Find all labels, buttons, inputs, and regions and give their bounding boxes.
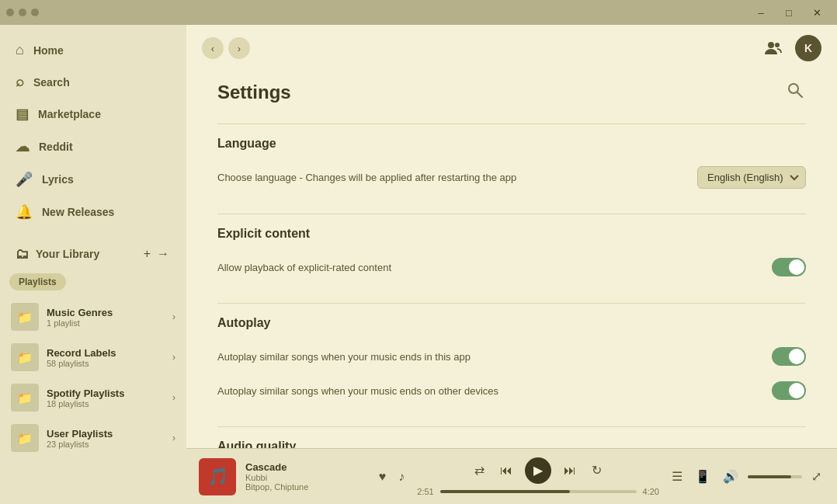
setting-row-autoplay-devices: Autoplay similar songs when your music e… bbox=[217, 374, 806, 408]
home-icon: ⌂ bbox=[16, 42, 24, 58]
titlebar: – □ ✕ bbox=[0, 0, 837, 25]
autoplay-devices-label: Autoplay similar songs when your music e… bbox=[217, 385, 606, 397]
settings-search-button[interactable] bbox=[784, 79, 806, 105]
svg-point-2 bbox=[789, 84, 798, 93]
volume-button[interactable]: 🔊 bbox=[720, 466, 741, 487]
maximize-button[interactable]: □ bbox=[775, 0, 803, 25]
language-select[interactable]: English (English) Español Français Deuts… bbox=[697, 166, 806, 189]
chevron-right-icon: › bbox=[172, 392, 175, 403]
friends-button[interactable] bbox=[759, 34, 787, 62]
library-add-button[interactable]: + bbox=[142, 245, 152, 262]
fullscreen-button[interactable]: ⤢ bbox=[808, 466, 825, 487]
nav-arrows: ‹ › bbox=[202, 37, 250, 59]
playlist-info: Spotify Playlists 18 playlists bbox=[47, 388, 165, 408]
autoplay-app-toggle[interactable] bbox=[772, 347, 806, 366]
setting-row-autoplay-app: Autoplay similar songs when your music e… bbox=[217, 339, 806, 374]
folder-icon: 📁 bbox=[11, 424, 39, 452]
sidebar-item-marketplace[interactable]: ▤ Marketplace bbox=[0, 98, 186, 130]
top-bar: ‹ › K bbox=[186, 25, 837, 71]
titlebar-dot-3 bbox=[31, 9, 39, 16]
close-button[interactable]: ✕ bbox=[803, 0, 831, 25]
play-button[interactable]: ▶ bbox=[525, 457, 551, 484]
lyrics-icon: 🎤 bbox=[16, 171, 33, 188]
autoplay-section-title: Autoplay bbox=[217, 303, 806, 330]
language-label: Choose language - Changes will be applie… bbox=[217, 172, 606, 183]
album-art-emoji: 🎵 bbox=[207, 467, 228, 487]
audio-quality-section-title: Audio quality bbox=[217, 426, 806, 448]
library-actions: + → bbox=[142, 245, 171, 262]
svg-point-1 bbox=[775, 43, 780, 47]
shuffle-button[interactable]: ⇄ bbox=[471, 460, 488, 481]
list-item[interactable]: 📁 User Playlists 23 playlists › bbox=[0, 418, 186, 458]
marketplace-icon: ▤ bbox=[16, 106, 29, 123]
autoplay-devices-toggle[interactable] bbox=[772, 381, 806, 400]
playlist-name: User Playlists bbox=[47, 428, 165, 440]
friends-icon bbox=[765, 41, 782, 55]
minimize-button[interactable]: – bbox=[747, 0, 775, 25]
setting-row-language: Choose language - Changes will be applie… bbox=[217, 160, 806, 195]
repeat-button[interactable]: ↻ bbox=[589, 460, 605, 481]
language-section-title: Language bbox=[217, 123, 806, 151]
progress-fill bbox=[440, 490, 570, 493]
toggle-track-explicit bbox=[772, 258, 806, 276]
track-title: Cascade bbox=[245, 461, 366, 473]
playlist-name: Spotify Playlists bbox=[47, 388, 165, 399]
volume-bar[interactable] bbox=[748, 475, 802, 478]
track-artist: Kubbi bbox=[245, 473, 366, 482]
toggle-track-autoplay-app bbox=[772, 347, 806, 366]
sidebar-item-lyrics-label: Lyrics bbox=[42, 173, 74, 186]
svg-point-0 bbox=[768, 42, 774, 48]
album-art: 🎵 bbox=[199, 458, 236, 495]
sidebar-item-new-releases[interactable]: 🔔 New Releases bbox=[0, 196, 186, 228]
titlebar-dot-1 bbox=[6, 9, 14, 16]
playlist-info: Music Genres 1 playlist bbox=[47, 307, 165, 328]
sidebar: ⌂ Home ⌕ Search ▤ Marketplace ☁ Reddit 🎤… bbox=[0, 25, 186, 504]
reddit-icon: ☁ bbox=[16, 138, 30, 155]
explicit-toggle[interactable] bbox=[772, 258, 806, 276]
playlist-count: 58 playlists bbox=[47, 359, 165, 368]
library-tabs: Playlists bbox=[0, 270, 186, 294]
list-item[interactable]: 📁 Record Labels 58 playlists › bbox=[0, 337, 186, 377]
back-button[interactable]: ‹ bbox=[202, 37, 224, 59]
track-actions: ♥ ♪ bbox=[376, 467, 408, 487]
library-folder-icon: 🗂 bbox=[16, 246, 30, 262]
search-icon bbox=[787, 82, 803, 98]
player-center: ⇄ ⏮ ▶ ⏭ ↻ 2:51 4:20 bbox=[417, 457, 659, 496]
sidebar-item-home-label: Home bbox=[33, 44, 64, 57]
audio-button[interactable]: ♪ bbox=[395, 467, 408, 487]
progress-bar[interactable] bbox=[440, 490, 637, 493]
explicit-section-title: Explicit content bbox=[217, 214, 806, 241]
queue-button[interactable]: ☰ bbox=[669, 466, 686, 487]
sidebar-item-search[interactable]: ⌕ Search bbox=[0, 66, 186, 98]
devices-button[interactable]: 📱 bbox=[692, 466, 714, 487]
titlebar-dots bbox=[6, 9, 39, 16]
settings-section-explicit: Explicit content Allow playback of expli… bbox=[217, 214, 806, 284]
list-item[interactable]: 📁 Spotify Playlists 18 playlists › bbox=[0, 377, 186, 418]
track-genre: Bitpop, Chiptune bbox=[245, 482, 366, 492]
previous-button[interactable]: ⏮ bbox=[497, 461, 516, 481]
folder-icon: 📁 bbox=[11, 384, 39, 412]
top-bar-actions: K bbox=[759, 34, 821, 62]
titlebar-dot-2 bbox=[19, 9, 26, 16]
volume-fill bbox=[748, 475, 791, 478]
player-right: ☰ 📱 🔊 ⤢ bbox=[669, 466, 825, 487]
playlist-name: Music Genres bbox=[47, 307, 165, 318]
total-time: 4:20 bbox=[643, 487, 659, 496]
settings-title: Settings bbox=[217, 82, 291, 103]
avatar[interactable]: K bbox=[795, 35, 821, 61]
settings-panel: Settings Language Choose language - Chan… bbox=[186, 71, 837, 448]
player-progress: 2:51 4:20 bbox=[417, 487, 659, 496]
heart-button[interactable]: ♥ bbox=[376, 467, 390, 487]
list-item[interactable]: 📁 Music Genres 1 playlist › bbox=[0, 297, 186, 337]
sidebar-item-marketplace-label: Marketplace bbox=[38, 108, 101, 120]
sidebar-item-reddit[interactable]: ☁ Reddit bbox=[0, 130, 186, 163]
forward-button[interactable]: › bbox=[228, 37, 250, 59]
playlist-info: Record Labels 58 playlists bbox=[47, 347, 165, 368]
current-time: 2:51 bbox=[417, 487, 433, 496]
library-expand-button[interactable]: → bbox=[155, 245, 171, 262]
sidebar-item-lyrics[interactable]: 🎤 Lyrics bbox=[0, 163, 186, 196]
playlists-tab[interactable]: Playlists bbox=[9, 273, 66, 290]
autoplay-app-label: Autoplay similar songs when your music e… bbox=[217, 351, 606, 363]
next-button[interactable]: ⏭ bbox=[561, 461, 579, 481]
sidebar-item-home[interactable]: ⌂ Home bbox=[0, 34, 186, 66]
